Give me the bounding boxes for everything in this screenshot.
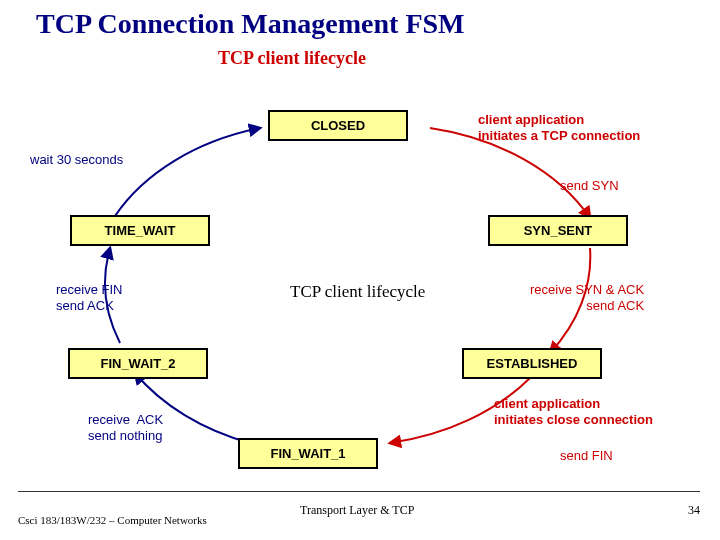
footer-left: Csci 183/183W/232 – Computer Networks	[18, 514, 208, 526]
state-fin-wait-2: FIN_WAIT_2	[68, 348, 208, 379]
footer-center: Transport Layer & TCP	[300, 503, 414, 518]
state-established: ESTABLISHED	[462, 348, 602, 379]
state-closed: CLOSED	[268, 110, 408, 141]
center-label: TCP client lifecycle	[290, 282, 425, 302]
label-receive-ack: receive ACK send nothing	[88, 412, 163, 445]
page-subtitle: TCP client lifecycle	[218, 48, 366, 69]
label-send-syn: send SYN	[560, 178, 619, 194]
state-fin-wait-1: FIN_WAIT_1	[238, 438, 378, 469]
label-client-close: client application initiates close conne…	[494, 396, 653, 429]
state-time-wait: TIME_WAIT	[70, 215, 210, 246]
label-client-initiates: client application initiates a TCP conne…	[478, 112, 640, 145]
footer-page-number: 34	[688, 503, 700, 518]
label-send-fin: send FIN	[560, 448, 613, 464]
label-receive-fin: receive FIN send ACK	[56, 282, 122, 315]
page-title: TCP Connection Management FSM	[36, 8, 465, 40]
label-receive-syn-ack: receive SYN & ACK send ACK	[530, 282, 644, 315]
state-syn-sent: SYN_SENT	[488, 215, 628, 246]
label-wait-30: wait 30 seconds	[30, 152, 123, 168]
footer-separator	[18, 491, 700, 492]
